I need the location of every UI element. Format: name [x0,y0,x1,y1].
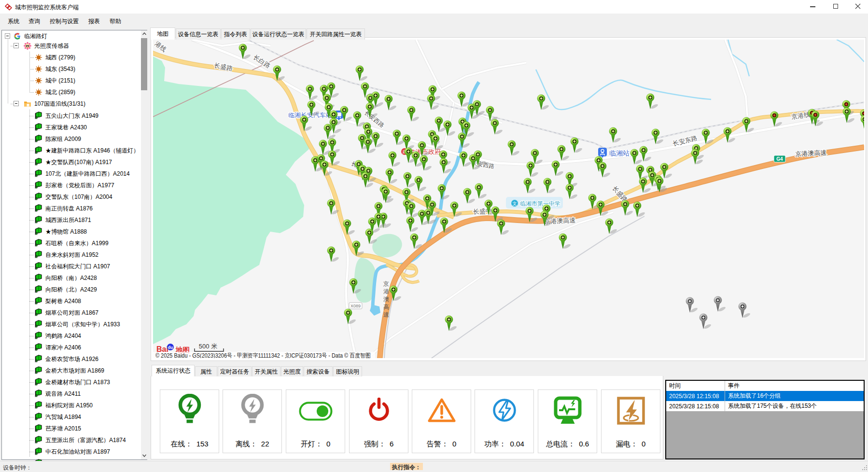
svg-text:澳: 澳 [383,296,389,303]
svg-text:临湘市第一中学: 临湘市第一中学 [520,200,560,207]
svg-text:临湘长安汽车站: 临湘长安汽车站 [288,111,332,119]
svg-text:G4: G4 [776,156,783,162]
svg-text:京: 京 [383,280,389,287]
svg-text:港: 港 [383,288,389,295]
svg-text:X089: X089 [350,304,361,308]
svg-text:© 2025 Baidu - GS(2023)3206号 -: © 2025 Baidu - GS(2023)3206号 - 甲测资字11111… [155,352,371,358]
svg-text:du: du [168,345,173,350]
svg-text:高: 高 [383,304,389,310]
svg-text:500 米: 500 米 [199,343,217,350]
svg-text:文: 文 [513,201,517,206]
svg-text:临湘站: 临湘站 [609,149,630,157]
svg-text:速: 速 [383,311,389,318]
